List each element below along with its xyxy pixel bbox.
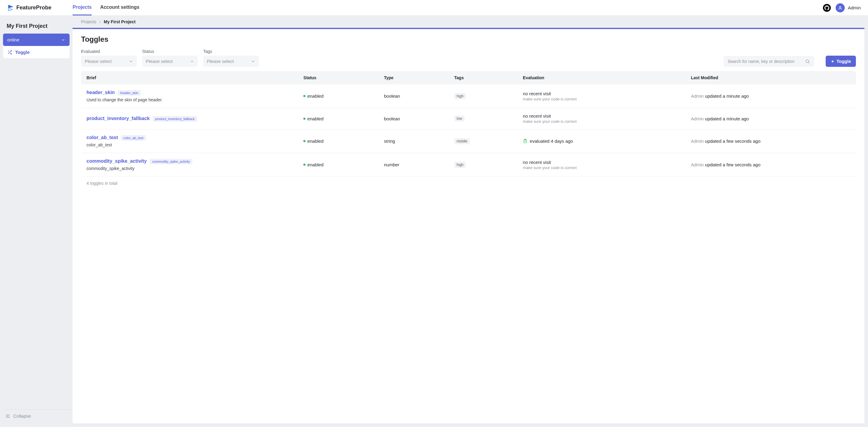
sidebar: My First Project online Toggle Collapse [0,16,72,427]
status-cell: enabled [303,93,373,99]
status-dot-icon [303,163,306,166]
collapse-button[interactable]: Collapse [5,414,67,419]
status-select[interactable]: Please select [142,56,198,67]
type-cell: number [378,153,448,177]
col-modified: Last Modified [685,71,856,84]
plus-icon [831,59,835,63]
toggle-desc: color_ab_test [87,143,292,147]
breadcrumb: Projects › My First Project [72,16,868,28]
status-dot-icon [303,118,306,120]
toggle-key-badge[interactable]: product_inventory_fallback [153,116,197,122]
evaluated-select[interactable]: Please select [81,56,137,67]
modified-text: updated a minute ago [705,116,749,121]
toggle-name[interactable]: header_skin [87,90,115,95]
col-type: Type [378,71,448,84]
modified-user: Admin [691,139,704,144]
eval-main: no recent visit [523,160,680,165]
status-dot-icon [303,140,306,142]
svg-line-3 [8,51,9,52]
toggle-name[interactable]: product_inventory_fallback [87,116,150,121]
toggle-key-badge[interactable]: color_ab_test [121,135,146,141]
search-icon [805,59,810,64]
filter-row: Evaluated Please select Status Please se… [81,49,856,67]
type-cell: boolean [378,84,448,108]
table-row[interactable]: header_skinheader_skinUsed to change the… [81,84,856,108]
col-evaluation: Evaluation [518,71,686,84]
search-input[interactable] [728,59,802,64]
col-tags: Tags [449,71,518,84]
modified-text: updated a few seconds ago [705,162,760,167]
breadcrumb-projects[interactable]: Projects [81,19,96,24]
evaluated-select-value: Please select [85,59,112,64]
eval-sub: make sure your code is correct [523,165,680,170]
add-toggle-label: Toggle [837,59,851,64]
eval-main: evaluated 4 days ago [523,139,680,144]
table-row[interactable]: product_inventory_fallbackproduct_invent… [81,108,856,129]
tag-pill: low [454,116,465,122]
status-text: enabled [307,162,323,167]
chevron-down-icon [251,59,255,63]
status-cell: enabled [303,139,373,144]
toggle-name[interactable]: commodity_spike_activity [87,158,147,163]
logo-icon [7,4,14,11]
environment-label: online [7,37,19,42]
toggle-key-badge[interactable]: header_skin [118,90,141,96]
status-cell: enabled [303,162,373,167]
tags-select[interactable]: Please select [203,56,259,67]
status-text: enabled [307,139,323,144]
logo-text: FeatureProbe [16,4,52,11]
status-text: enabled [307,116,323,121]
sidebar-link-toggle[interactable]: Toggle [3,46,69,58]
col-brief: Brief [81,71,298,84]
tag-pill: middle [454,138,470,144]
nav-projects[interactable]: Projects [72,0,92,16]
collapse-icon [5,414,10,419]
add-toggle-button[interactable]: Toggle [826,56,856,67]
tag-pill: high [454,93,466,99]
github-icon[interactable] [823,4,831,12]
toggles-table: Brief Status Type Tags Evaluation Last M… [81,71,856,177]
sidebar-link-label: Toggle [15,50,30,55]
status-text: enabled [307,93,323,99]
chevron-down-icon [61,38,65,42]
modified-user: Admin [691,162,704,167]
status-cell: enabled [303,116,373,121]
user-avatar[interactable] [836,3,845,12]
type-cell: boolean [378,108,448,129]
toggle-desc: commodity_spike_activity [87,166,292,171]
filter-label-tags: Tags [203,49,259,54]
nav-account-settings[interactable]: Account settings [100,0,140,16]
breadcrumb-current: My First Project [104,19,135,24]
status-select-value: Please select [146,59,173,64]
tag-pill: high [454,162,466,168]
user-name[interactable]: Admin [848,5,861,10]
toggle-key-badge[interactable]: commodity_spike_activity [150,159,192,164]
tags-select-value: Please select [207,59,234,64]
eval-sub: make sure your code is correct [523,97,680,101]
topbar: FeatureProbe Projects Account settings A… [0,0,868,16]
chevron-down-icon [190,59,194,63]
main: Projects › My First Project Toggles Eval… [72,16,868,427]
environment-dropdown[interactable]: online [3,34,69,46]
modified-user: Admin [691,93,704,99]
toggle-name[interactable]: color_ab_test [87,135,118,140]
content-card: Toggles Evaluated Please select Status P… [72,28,864,423]
logo[interactable]: FeatureProbe [7,4,72,11]
sidebar-project-title: My First Project [3,21,69,34]
filter-label-status: Status [142,49,198,54]
modified-text: updated a few seconds ago [705,139,760,144]
col-status: Status [298,71,378,84]
collapse-label: Collapse [13,414,31,419]
svg-point-0 [840,6,841,7]
search-box[interactable] [723,56,814,67]
eval-main: no recent visit [523,113,680,119]
type-cell: string [378,129,448,153]
shuffle-icon [7,50,12,55]
table-row[interactable]: color_ab_testcolor_ab_testcolor_ab_teste… [81,129,856,153]
toggle-desc: Used to change the skin of page header. [87,97,292,102]
status-dot-icon [303,95,306,97]
modified-text: updated a minute ago [705,93,749,99]
totals-text: 4 toggles in total [81,177,856,190]
eval-main: no recent visit [523,91,680,96]
table-row[interactable]: commodity_spike_activitycommodity_spike_… [81,153,856,177]
